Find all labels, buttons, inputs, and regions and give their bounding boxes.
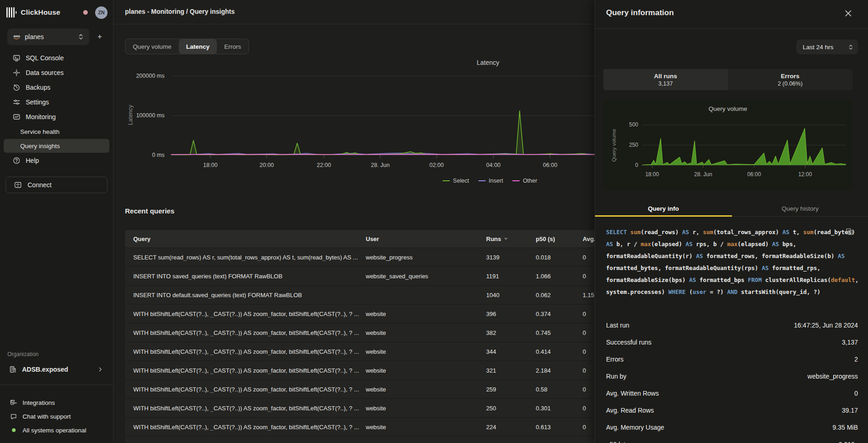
code-line: formatted_bytes, formatReadableQuantity(… — [606, 262, 857, 274]
table-body: SELECT sum(read_rows) AS r, sum(total_ro… — [125, 247, 595, 443]
query-volume-title: Query volume — [603, 105, 852, 112]
sidebar-item-label: Help — [26, 157, 39, 164]
connect-label: Connect — [28, 181, 51, 189]
cell-query: INSERT INTO saved_queries (text) FORMAT … — [133, 273, 283, 280]
add-service-button[interactable]: + — [95, 32, 105, 42]
stat-label: Avg. Memory Usage — [606, 424, 664, 431]
help-icon — [13, 157, 20, 164]
chevron-right-icon — [97, 367, 103, 372]
stat-value: 2 — [854, 356, 858, 363]
footer-item-chat-with-support[interactable]: Chat with support — [4, 409, 109, 423]
tab-query-volume[interactable]: Query volume — [125, 39, 179, 54]
column-header-avg[interactable]: Avg. — [583, 236, 596, 242]
table-row[interactable]: INSERT INTO default.saved_queries (text)… — [125, 285, 595, 304]
cell-avg: 0 — [583, 273, 586, 280]
monitoring-icon — [13, 113, 20, 121]
table-row[interactable]: WITH bitShiftLeft(CAST(?..), _CAST(?..))… — [125, 342, 595, 361]
stat-value: website_progress — [807, 373, 858, 380]
sidebar-item-backups[interactable]: Backups — [4, 80, 109, 95]
x-tick-label: 06:00 — [747, 171, 761, 178]
connect-button[interactable]: Connect — [6, 177, 108, 193]
svg-text:aws: aws — [14, 34, 20, 38]
column-header-runs[interactable]: Runs — [486, 236, 508, 242]
tab-latency[interactable]: Latency — [179, 39, 217, 54]
brand-name: ClickHouse — [21, 8, 60, 17]
query-volume-chart[interactable] — [642, 117, 846, 170]
legend-swatch — [478, 180, 486, 182]
table-row[interactable]: WITH bitShiftLeft(CAST(?..), _CAST(?..))… — [125, 417, 595, 436]
segment-value: 3,137 — [658, 81, 673, 87]
table-header: QueryUserRunsp50 (s)Avg. — [125, 230, 595, 247]
column-header-p50-s[interactable]: p50 (s) — [536, 236, 555, 242]
table-row[interactable]: WITH bitShiftLeft(CAST(?..), _CAST(?..))… — [125, 436, 595, 443]
footer-item-label: Integrations — [23, 399, 55, 406]
footer-item-integrations[interactable]: Integrations — [4, 396, 109, 409]
workspace-selector[interactable]: aws planes — [7, 29, 89, 45]
footer-item-label: All systems operational — [23, 427, 86, 434]
data-sources-icon — [13, 69, 20, 76]
stat-value: 0 — [854, 390, 858, 397]
close-icon[interactable] — [844, 9, 854, 19]
x-tick-label: 18:00 — [645, 171, 659, 178]
tab-errors[interactable]: Errors — [217, 39, 249, 54]
query-information-panel: Query information Last 24 hrs All runs3,… — [595, 0, 868, 443]
column-header-user[interactable]: User — [366, 236, 379, 242]
sidebar-item-service-health[interactable]: Service health — [4, 125, 109, 138]
cell-runs: 3139 — [486, 254, 499, 261]
cell-runs: 396 — [486, 311, 496, 317]
stat-row-successful-runs: Successful runs3,137 — [606, 334, 858, 351]
tab-query-history[interactable]: Query history — [732, 201, 868, 216]
status-dot — [10, 427, 17, 434]
sql-code-block: SELECT sum(read_rows) AS r, sum(total_ro… — [606, 226, 857, 298]
cell-runs: 224 — [486, 424, 496, 431]
sidebar-item-settings[interactable]: Settings — [4, 95, 109, 109]
notification-dot[interactable] — [83, 10, 88, 15]
cell-runs: 321 — [486, 367, 496, 374]
legend-label: Select — [453, 178, 469, 184]
latency-chart[interactable] — [171, 71, 595, 163]
legend-swatch — [512, 180, 520, 182]
latency-chart-title: Latency — [465, 59, 511, 66]
table-row[interactable]: WITH bitShiftLeft(CAST(?..), _CAST(?..))… — [125, 398, 595, 417]
legend-item-other[interactable]: Other — [512, 178, 537, 184]
stat-value: 39.17 — [842, 407, 858, 414]
segment-label: Errors — [781, 73, 800, 80]
stat-label: Avg. Read Rows — [606, 407, 654, 414]
copy-icon[interactable] — [845, 228, 853, 236]
avatar[interactable]: ZN — [95, 6, 108, 19]
legend-item-insert[interactable]: Insert — [478, 178, 503, 184]
legend-label: Other — [523, 178, 537, 184]
sidebar-item-data-sources[interactable]: Data sources — [4, 65, 109, 80]
table-row[interactable]: WITH bitShiftLeft(CAST(?..), _CAST(?..))… — [125, 361, 595, 380]
query-volume-y-axis-label: Query volume — [611, 122, 617, 168]
legend-item-select[interactable]: Select — [443, 178, 469, 184]
sidebar-item-monitoring[interactable]: Monitoring — [4, 109, 109, 124]
table-row[interactable]: WITH bitShiftLeft(CAST(?..), _CAST(?..))… — [125, 323, 595, 342]
code-line: system.processes) WHERE (user = ?) AND s… — [606, 286, 857, 298]
organization-item[interactable]: ADSB.exposed — [6, 362, 108, 376]
cell-user: website — [366, 329, 386, 336]
table-row[interactable]: INSERT INTO saved_queries (text) FORMAT … — [125, 266, 595, 285]
sidebar-item-query-insights[interactable]: Query insights — [4, 139, 109, 153]
cell-runs: 344 — [486, 348, 496, 355]
table-row[interactable]: WITH bitShiftLeft(CAST(?..), _CAST(?..))… — [125, 304, 595, 323]
sort-desc-icon — [504, 236, 508, 241]
sidebar-item-sql-console[interactable]: SQL Console — [4, 51, 109, 65]
footer-item-all-systems-operational[interactable]: All systems operational — [4, 423, 109, 437]
cell-p50: 1.066 — [536, 273, 551, 280]
y-tick-label: 200000 ms — [128, 73, 165, 79]
stat-label: Successful runs — [606, 339, 652, 346]
timeframe-select[interactable]: Last 24 hrs — [796, 40, 858, 54]
cell-user: website_saved_queries — [366, 273, 428, 280]
footer-item-label: Chat with support — [23, 413, 71, 420]
console-icon — [13, 54, 20, 62]
sidebar-item-help[interactable]: Help — [4, 153, 109, 168]
cell-p50: 0.301 — [536, 405, 551, 412]
table-row[interactable]: WITH bitShiftLeft(CAST(?..), _CAST(?..))… — [125, 380, 595, 398]
table-row[interactable]: SELECT sum(read_rows) AS r, sum(total_ro… — [125, 247, 595, 266]
segment-all-runs[interactable]: All runs3,137 — [603, 69, 728, 90]
column-header-query[interactable]: Query — [133, 236, 151, 242]
stat-value: 0.018s — [839, 441, 858, 443]
segment-errors[interactable]: Errors2 (0.06%) — [728, 69, 852, 90]
tab-query-info[interactable]: Query info — [595, 201, 732, 216]
